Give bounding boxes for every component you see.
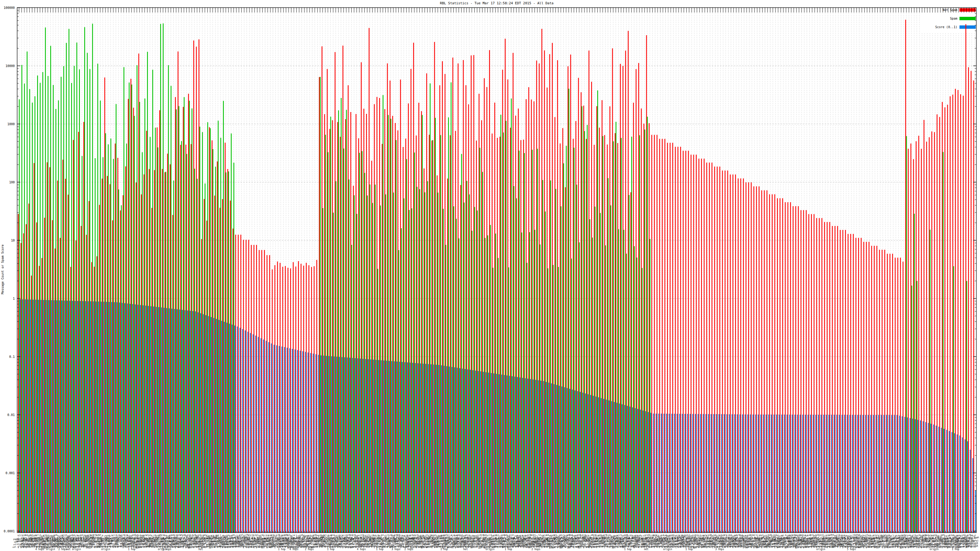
bar-not-spam <box>646 35 647 533</box>
bar-spam <box>453 206 454 533</box>
bar-score <box>891 415 892 533</box>
bar-spam <box>364 173 365 533</box>
bar-not-spam <box>662 139 663 533</box>
bar-score <box>920 420 921 533</box>
bar-score <box>27 299 29 533</box>
bar-not-spam <box>306 263 307 533</box>
bar-spam <box>50 46 51 533</box>
bar-not-spam <box>186 145 186 533</box>
bar-not-spam <box>215 195 215 533</box>
bar-spam <box>231 133 232 533</box>
bar-not-spam <box>761 191 762 533</box>
bar-score <box>747 414 748 533</box>
bar-score <box>286 348 288 533</box>
bar-score <box>467 370 468 533</box>
bar-score <box>444 366 445 533</box>
bar-not-spam <box>374 104 375 533</box>
bar-score <box>439 365 439 533</box>
bar-score <box>773 414 775 533</box>
bar-score <box>255 335 256 533</box>
bar-not-spam <box>342 46 343 533</box>
bar-not-spam <box>138 54 139 533</box>
bar-not-spam <box>657 135 657 533</box>
bar-not-spam <box>44 218 45 533</box>
bar-score <box>865 415 866 533</box>
bar-score <box>582 393 584 533</box>
bar-score <box>460 368 460 533</box>
bar-not-spam <box>505 38 506 533</box>
bar-score <box>334 356 335 533</box>
bar-score <box>240 328 240 533</box>
bar-score <box>148 306 149 533</box>
bar-not-spam <box>638 63 639 533</box>
bar-not-spam <box>510 128 511 533</box>
bar-spam <box>113 159 114 533</box>
bar-not-spam <box>125 167 126 533</box>
bar-not-spam <box>589 51 590 533</box>
bar-not-spam <box>628 31 629 533</box>
bar-score <box>48 300 49 533</box>
bar-score <box>965 439 966 533</box>
bar-spam <box>331 117 331 533</box>
bar-score <box>174 309 175 533</box>
bar-not-spam <box>445 74 445 533</box>
bar-spam <box>223 101 224 533</box>
bar-not-spam <box>620 64 621 533</box>
bar-not-spam <box>377 97 378 533</box>
bar-not-spam <box>327 69 328 533</box>
bar-spam <box>118 189 119 533</box>
bar-not-spam <box>832 226 833 533</box>
bar-spam <box>121 205 122 533</box>
bar-score <box>145 305 146 533</box>
bar-spam <box>354 195 355 533</box>
bar-not-spam <box>717 167 718 533</box>
bar-not-spam <box>52 220 53 533</box>
bar-spam <box>433 140 433 533</box>
bar-score <box>70 301 70 533</box>
bar-spam <box>626 254 627 533</box>
bar-score <box>344 357 345 533</box>
bar-not-spam <box>115 144 116 533</box>
bar-not-spam <box>309 265 309 533</box>
bar-not-spam <box>162 169 163 533</box>
bar-score <box>253 334 254 533</box>
bar-spam <box>535 230 535 533</box>
bar-not-spam <box>369 28 370 533</box>
bar-not-spam <box>434 42 435 533</box>
bar-spam <box>571 259 572 533</box>
bar-score <box>72 301 73 533</box>
bar-not-spam <box>670 143 671 533</box>
bar-not-spam <box>70 267 72 533</box>
bar-score <box>645 411 646 533</box>
bar-spam <box>466 181 467 533</box>
bar-score <box>640 410 641 533</box>
bar-score <box>758 414 759 533</box>
bar-spam <box>76 43 78 533</box>
bar-spam <box>487 235 488 533</box>
bar-score <box>533 380 533 533</box>
bar-score <box>347 357 348 533</box>
bar-spam <box>108 144 109 533</box>
bar-not-spam <box>845 230 846 533</box>
bar-score <box>383 360 384 533</box>
bar-not-spam <box>89 201 89 533</box>
bar-score <box>954 433 955 533</box>
bar-spam <box>97 64 98 533</box>
bar-not-spam <box>856 238 857 533</box>
bar-score <box>378 360 379 533</box>
bar-score <box>425 364 426 533</box>
x-tick-label-readable: 4 hops <box>357 548 366 551</box>
bar-not-spam <box>740 178 741 533</box>
bar-spam <box>163 24 164 533</box>
bar-not-spam <box>371 161 372 533</box>
bar-not-spam <box>623 66 624 533</box>
bar-spam <box>440 135 441 533</box>
bar-score <box>268 342 269 533</box>
bar-not-spam <box>780 198 781 533</box>
bar-score <box>624 405 625 533</box>
bar-score <box>703 414 704 533</box>
bar-score <box>619 403 620 533</box>
bar-spam <box>477 211 478 533</box>
bar-score <box>38 300 39 533</box>
bar-score <box>768 414 769 533</box>
